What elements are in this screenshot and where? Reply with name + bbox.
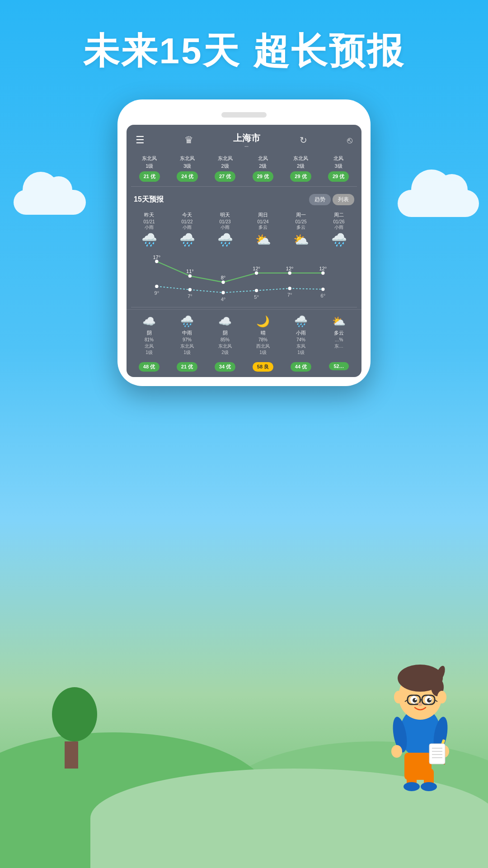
svg-text:12°: 12° <box>286 266 294 271</box>
temp-chart: 17° 11° 8° 12° 12° 12° 9° 7° 4° 5° 7° 6° <box>127 251 361 305</box>
svg-point-38 <box>427 698 432 703</box>
aqi-bottom-5: 52… <box>320 360 358 372</box>
bottom-col-1: 🌧️ 中雨 97% 东北风1级 <box>168 315 206 356</box>
svg-point-0 <box>155 260 158 263</box>
share-icon[interactable]: ⎋ <box>347 135 352 146</box>
svg-point-5 <box>321 272 324 275</box>
refresh-icon[interactable]: ↻ <box>300 135 307 146</box>
forecast-col-3: 周日 01/24 多云 ⛅ <box>244 211 282 250</box>
svg-text:6°: 6° <box>321 293 326 299</box>
aqi-bottom-4: 44 优 <box>282 360 320 372</box>
phone-speaker <box>221 112 267 118</box>
aqi-bottom-1: 21 优 <box>168 360 206 372</box>
wind-cell-6: 北风3级 29 优 <box>320 155 357 182</box>
menu-icon[interactable]: ☰ <box>136 134 145 146</box>
forecast-col-5: 周二 01/26 小雨 🌧️ <box>320 211 358 250</box>
forecast-col-2: 明天 01/23 小雨 🌧️ <box>206 211 244 250</box>
svg-text:7°: 7° <box>188 293 192 299</box>
wind-cell-4: 北风2级 29 优 <box>244 155 282 182</box>
aqi-bottom-2: 34 优 <box>206 360 244 372</box>
forecast-col-0: 昨天 01/21 小雨 🌧️ <box>130 211 168 250</box>
svg-text:12°: 12° <box>253 266 260 271</box>
wind-aqi-row: 东北风1级 21 优 东北风3级 24 优 东北风2级 27 优 北风2级 29… <box>127 152 361 184</box>
svg-point-41 <box>394 691 403 703</box>
svg-point-7 <box>188 288 192 291</box>
bottom-col-0: ☁️ 阴 81% 北风1级 <box>130 315 168 356</box>
bottom-col-3: 🌙 晴 78% 西北风1级 <box>244 315 282 356</box>
svg-point-3 <box>255 272 258 275</box>
aqi-badge-5: 29 优 <box>290 171 311 182</box>
aqi-bottom-3: 58 良 <box>244 360 282 372</box>
aqi-bottom-0: 48 优 <box>130 360 168 372</box>
svg-point-42 <box>437 691 446 703</box>
svg-point-11 <box>321 288 324 291</box>
aqi-badge-6: 29 优 <box>328 171 349 182</box>
tree-decoration <box>45 687 97 769</box>
bottom-col-5: ⛅ 多云 …% 东… <box>320 315 358 356</box>
aqi-badge-2: 24 优 <box>177 171 197 182</box>
svg-point-1 <box>188 274 192 278</box>
city-name: 上海市 <box>233 132 260 144</box>
aqi-badge-3: 27 优 <box>215 171 235 182</box>
svg-point-4 <box>288 272 291 275</box>
bottom-col-2: ☁️ 阴 85% 东北风2级 <box>206 315 244 356</box>
tab-list[interactable]: 列表 <box>333 194 354 205</box>
wind-cell-5: 东北风2级 29 优 <box>282 155 319 182</box>
bottom-col-4: 🌧️ 小雨 74% 东风1级 <box>282 315 320 356</box>
character-decoration <box>371 628 461 787</box>
svg-point-9 <box>255 289 258 292</box>
bottom-forecast: ☁️ 阴 81% 北风1级 🌧️ 中雨 97% 东北风1级 ☁️ 阴 85% 东… <box>127 309 361 358</box>
phone-screen: ☰ ♛ 上海市 ••• ↻ ⎋ 东北风1级 21 优 东北风3级 24 优 东北 <box>127 125 361 377</box>
wind-cell-2: 东北风3级 24 优 <box>169 155 206 182</box>
aqi-badge-1: 21 优 <box>139 171 160 182</box>
city-dots: ••• <box>233 144 260 148</box>
crown-icon[interactable]: ♛ <box>184 134 193 146</box>
wind-cell-1: 东北风1级 21 优 <box>131 155 168 182</box>
svg-point-8 <box>221 291 225 294</box>
character-svg <box>371 628 470 791</box>
svg-text:7°: 7° <box>287 292 292 298</box>
svg-point-6 <box>155 285 158 288</box>
svg-text:9°: 9° <box>155 290 160 296</box>
svg-text:8°: 8° <box>221 275 226 280</box>
svg-text:11°: 11° <box>186 269 194 274</box>
svg-point-10 <box>288 287 291 290</box>
svg-point-39 <box>415 698 417 700</box>
forecast-title: 15天预报 <box>134 195 164 204</box>
svg-point-2 <box>221 281 225 284</box>
svg-point-40 <box>429 698 431 700</box>
tab-trend[interactable]: 趋势 <box>309 194 331 205</box>
svg-text:12°: 12° <box>319 266 327 271</box>
forecast-days-grid: 昨天 01/21 小雨 🌧️ 今天 01/22 小雨 🌧️ 明天 01/23 小… <box>127 209 361 251</box>
forecast-col-1: 今天 01/22 小雨 🌧️ <box>168 211 206 250</box>
svg-point-37 <box>413 698 417 703</box>
forecast-col-4: 周一 01/25 多云 ⛅ <box>282 211 320 250</box>
hero-title: 未来15天 超长预报 <box>0 27 488 76</box>
svg-text:5°: 5° <box>254 294 259 300</box>
phone-frame: ☰ ♛ 上海市 ••• ↻ ⎋ 东北风1级 21 优 东北风3级 24 优 东北 <box>117 99 371 386</box>
svg-point-52 <box>421 782 437 791</box>
forecast-header: 15天预报 趋势 列表 <box>127 189 361 209</box>
wind-cell-3: 东北风2级 27 优 <box>206 155 244 182</box>
top-bar: ☰ ♛ 上海市 ••• ↻ ⎋ <box>127 125 361 152</box>
svg-rect-55 <box>429 744 445 764</box>
svg-text:4°: 4° <box>221 297 226 302</box>
svg-text:17°: 17° <box>153 255 160 260</box>
temp-chart-svg: 17° 11° 8° 12° 12° 12° 9° 7° 4° 5° 7° 6° <box>140 251 348 305</box>
aqi-bottom-row: 48 优 21 优 34 优 58 良 44 优 52… <box>127 358 361 377</box>
svg-point-46 <box>391 745 402 758</box>
svg-point-43 <box>418 703 422 706</box>
cloud-left <box>14 190 86 215</box>
forecast-tabs[interactable]: 趋势 列表 <box>309 194 354 205</box>
cloud-right <box>398 190 479 217</box>
aqi-badge-4: 29 优 <box>253 171 273 182</box>
svg-point-51 <box>404 782 420 791</box>
